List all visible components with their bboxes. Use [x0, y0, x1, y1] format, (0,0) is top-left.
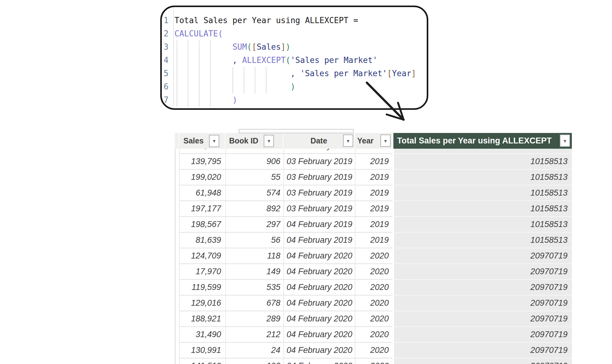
cell-total-sales: 20970719 — [394, 327, 572, 343]
cell-sales: 31,490 — [180, 327, 225, 343]
table-row: 188,92128904 February 2020202020970719 — [175, 311, 572, 327]
column-header-total-sales-allexcept[interactable]: Total Sales per Year using ALLEXCEPT ▾ — [393, 133, 572, 149]
cell-date: 04 February 2019 — [284, 217, 355, 233]
chevron-down-icon: ▾ — [564, 139, 566, 143]
cell-book-id: 892 — [226, 201, 283, 217]
table-row: 17,97014904 February 2020202020970719 — [175, 264, 572, 280]
cell-sales: 119,599 — [180, 280, 225, 296]
cell-date: 04 February 2020 — [284, 264, 355, 280]
chevron-down-icon: ▾ — [213, 139, 216, 143]
column-label-sales: Sales — [183, 136, 203, 145]
cell-date: 04 February 2020 — [284, 327, 355, 343]
filter-dropdown-button[interactable]: ▾ — [264, 135, 274, 147]
cell-total-sales: 10158513 — [394, 201, 572, 217]
cell-total-sales: 20970719 — [394, 248, 572, 264]
chevron-down-icon: ▾ — [268, 139, 270, 143]
cell-book-id: 678 — [226, 296, 283, 311]
cell-year: 2020 — [355, 343, 392, 358]
table-row: 119,59953504 February 2020202020970719 — [175, 280, 572, 296]
cell-sales: 130,991 — [180, 343, 225, 358]
cell-book-id: 212 — [226, 327, 283, 343]
table-header-row: Sales ▾ Book ID ▾ Date ▾ Year ▾ Total Sa… — [175, 133, 572, 149]
cell-total-sales: 10158513 — [394, 170, 572, 185]
column-header-sales[interactable]: Sales ▾ — [179, 133, 225, 149]
cell-total-sales: 20970719 — [394, 264, 572, 280]
line-number: 1 — [162, 14, 173, 27]
cell-total-sales: 10158513 — [394, 185, 572, 201]
cell-date: 04 February 2020 — [284, 280, 355, 296]
cell-sales: 81,639 — [180, 233, 225, 248]
cell-year: 2019 — [355, 217, 392, 233]
line-number: 7 — [162, 93, 173, 107]
table-row: 141,51919304 February 2020202020970719 — [175, 358, 572, 364]
table-row: 197,17789203 February 2019201910158513 — [175, 201, 572, 217]
filter-dropdown-button[interactable]: ▾ — [380, 134, 391, 147]
cell-total-sales: 20970719 — [394, 296, 572, 311]
cell-book-id: 297 — [226, 217, 283, 233]
cell-year: 2019 — [355, 170, 392, 185]
cell-date: 04 February 2020 — [284, 311, 355, 327]
table-row: 129,01667804 February 2020202020970719 — [175, 296, 572, 311]
column-label-year: Year — [357, 136, 374, 145]
table-row: 81,6395604 February 2019201910158513 — [175, 233, 572, 248]
cell-year: 2020 — [355, 311, 392, 327]
code-line: 4 , ALLEXCEPT('Sales per Market' — [162, 54, 424, 67]
header-cell-sliver — [175, 133, 178, 149]
cell-date: 03 February 2019 — [284, 149, 355, 154]
cell-year: 2020 — [355, 358, 392, 364]
line-number: 5 — [162, 67, 173, 80]
cell-sales: 197,177 — [180, 201, 225, 217]
cell-book-id: 56 — [226, 233, 283, 248]
cell-year: 2020 — [355, 327, 392, 343]
cell-year: 2019 — [355, 154, 392, 170]
filter-dropdown-button[interactable]: ▾ — [209, 135, 219, 147]
column-header-book-id[interactable]: Book ID ▾ — [225, 133, 283, 149]
cell-sales: 139,795 — [180, 154, 225, 170]
cell-sales: 198,567 — [180, 217, 225, 233]
cell-sales: 124,709 — [180, 248, 225, 264]
cell-year: 2019 — [355, 185, 392, 201]
table-row: 31,49021204 February 2020202020970719 — [175, 327, 572, 343]
cell-book-id: 24 — [226, 343, 283, 358]
table-scrollbar-thumb[interactable] — [239, 129, 354, 133]
column-header-year[interactable]: Year ▾ — [355, 133, 392, 149]
chevron-down-icon: ▾ — [384, 139, 387, 143]
column-label-book-id: Book ID — [229, 136, 258, 145]
cell-total-sales: 10158513 — [394, 217, 572, 233]
cell-date: 03 February 2019 — [284, 201, 355, 217]
cell-date: 03 February 2019 — [284, 154, 355, 170]
cell-book-id: 289 — [226, 311, 283, 327]
cell-book-id: 55 — [226, 170, 283, 185]
cell-total-sales: 10158513 — [394, 154, 572, 170]
filter-dropdown-button[interactable]: ▾ — [560, 134, 570, 147]
line-number: 3 — [162, 40, 173, 54]
cell-sales: 199,020 — [180, 170, 225, 185]
table-body: 130,97955503 February 201920191015851313… — [175, 149, 572, 364]
table-row: 130,9912404 February 2020202020970719 — [175, 343, 572, 358]
cell-year: 2019 — [355, 233, 392, 248]
filter-dropdown-button[interactable]: ▾ — [343, 134, 353, 147]
table-row: 198,56729704 February 2019201910158513 — [175, 217, 572, 233]
cell-total-sales: 20970719 — [394, 358, 572, 364]
cell-year: 2020 — [355, 248, 392, 264]
column-header-date[interactable]: Date ▾ — [283, 133, 354, 149]
cell-book-id: 149 — [226, 264, 283, 280]
cell-date: 04 February 2020 — [284, 248, 355, 264]
cell-book-id: 555 — [226, 149, 283, 154]
cell-sales: 130,979 — [180, 149, 225, 154]
table-row: 124,70911804 February 2020202020970719 — [175, 248, 572, 264]
cell-book-id: 906 — [226, 154, 283, 170]
cell-total-sales: 10158513 — [394, 149, 572, 154]
cell-book-id: 535 — [226, 280, 283, 296]
code-line: 1Total Sales per Year using ALLEXCEPT = — [162, 14, 424, 27]
line-number: 2 — [162, 27, 173, 40]
cell-date: 04 February 2020 — [284, 296, 355, 311]
annotation-arrow-icon — [355, 77, 417, 126]
cell-year: 2019 — [355, 149, 392, 154]
cell-sales: 188,921 — [180, 311, 225, 327]
cell-sales: 129,016 — [180, 296, 225, 311]
table-row: 130,97955503 February 2019201910158513 — [175, 149, 572, 154]
sales-table-visual: Sales ▾ Book ID ▾ Date ▾ Year ▾ Total Sa… — [175, 129, 572, 364]
code-line: 2CALCULATE( — [162, 27, 424, 40]
cell-date: 04 February 2020 — [284, 358, 355, 364]
